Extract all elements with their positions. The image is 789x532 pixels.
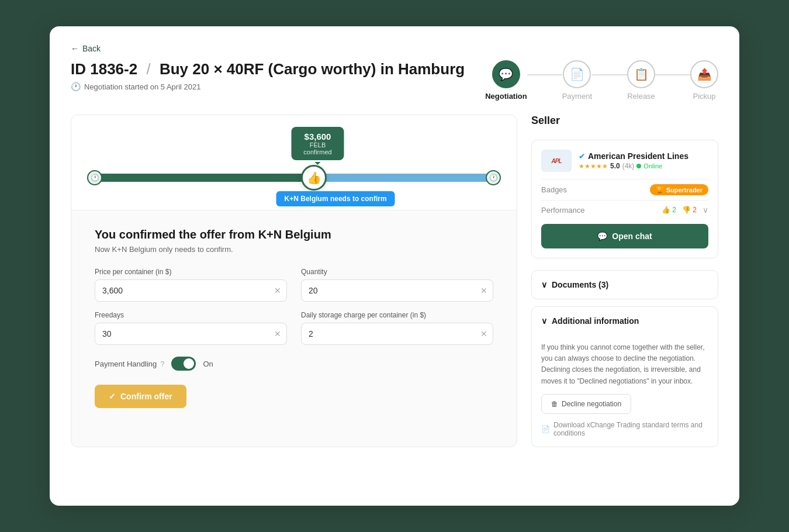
decline-negotiation-button[interactable]: 🗑 Decline negotiation bbox=[541, 394, 631, 414]
main-card: ← Back ID 1836-2 / Buy 20 × 40RF (Cargo … bbox=[50, 26, 739, 506]
confirm-offer-button[interactable]: ✓ Confirm offer bbox=[95, 385, 186, 408]
online-dot bbox=[636, 164, 641, 168]
right-panel: Seller APL ✔ American President Lines ★★… bbox=[531, 115, 718, 447]
thumbs-up-icon: 👍 bbox=[307, 171, 321, 185]
chat-bubble-icon: 💬 bbox=[499, 67, 513, 81]
quantity-input-wrap: ✕ bbox=[301, 279, 493, 302]
help-icon[interactable]: ? bbox=[160, 360, 164, 368]
step-connector-3 bbox=[655, 74, 690, 75]
file-icon: 📄 bbox=[541, 425, 550, 433]
quantity-input[interactable] bbox=[301, 279, 493, 302]
toggle-label: On bbox=[203, 360, 213, 368]
form-subtitle: Now K+N Belgium only needs to confirm. bbox=[95, 245, 493, 254]
daily-group: Daily storage charge per container (in $… bbox=[301, 311, 493, 345]
stars-icon: ★★★★★ bbox=[579, 163, 608, 170]
slider-thumb[interactable]: 👍 bbox=[301, 165, 327, 191]
daily-input-wrap: ✕ bbox=[301, 323, 493, 345]
price-input-wrap: ✕ bbox=[95, 279, 287, 302]
seller-card: APL ✔ American President Lines ★★★★★ 5.0… bbox=[531, 140, 718, 258]
price-clear-icon[interactable]: ✕ bbox=[274, 286, 281, 295]
check-icon: ✓ bbox=[109, 392, 116, 401]
pickup-icon: 📤 bbox=[697, 67, 712, 81]
seller-header: APL ✔ American President Lines ★★★★★ 5.0… bbox=[541, 150, 708, 172]
documents-accordion-header[interactable]: ∨ Documents (3) bbox=[532, 271, 718, 299]
form-grid: Price per container (in $) ✕ Quantity ✕ bbox=[95, 268, 493, 345]
open-chat-label: Open chat bbox=[612, 232, 652, 241]
price-label: Price per container (in $) bbox=[95, 268, 287, 276]
freedays-group: Freedays ✕ bbox=[95, 311, 287, 345]
form-title: You confirmed the offer from K+N Belgium bbox=[95, 228, 493, 241]
documents-accordion-left: ∨ Documents (3) bbox=[541, 280, 608, 289]
price-input[interactable] bbox=[95, 279, 287, 302]
form-area: You confirmed the offer from K+N Belgium… bbox=[71, 210, 517, 426]
step-pickup-label: Pickup bbox=[693, 92, 715, 101]
supertrader-badge: 🏆 Supertrader bbox=[650, 184, 708, 195]
step-connector-2 bbox=[592, 74, 627, 75]
quantity-clear-icon[interactable]: ✕ bbox=[480, 286, 487, 295]
step-pickup-circle: 📤 bbox=[690, 60, 718, 88]
slider-area: $3,600 FELB confirmed 🕐 👍 🕐 K+N Belgium … bbox=[71, 115, 517, 210]
header-row: ID 1836-2 / Buy 20 × 40RF (Cargo worthy)… bbox=[71, 60, 718, 101]
additional-info-accordion: ∨ Additional information If you think yo… bbox=[531, 306, 718, 447]
additional-info-accordion-header[interactable]: ∨ Additional information bbox=[532, 307, 718, 335]
back-link[interactable]: ← Back bbox=[71, 44, 718, 53]
badges-label: Badges bbox=[541, 185, 567, 194]
perf-up: 👍 2 bbox=[662, 206, 676, 214]
online-text: Online bbox=[643, 163, 662, 170]
performance-chevron-icon[interactable]: ∨ bbox=[703, 205, 708, 215]
seller-rating: ★★★★★ 5.0 (4k) Online bbox=[579, 162, 688, 170]
price-bubble: $3,600 FELB confirmed bbox=[292, 127, 344, 160]
rating-count: (4k) bbox=[622, 162, 635, 170]
freedays-input[interactable] bbox=[95, 323, 287, 345]
chevron-down-docs-icon: ∨ bbox=[541, 280, 547, 289]
price-label2: confirmed bbox=[300, 148, 336, 156]
negotiation-date: Negotiation started on 5 April 2021 bbox=[84, 82, 200, 91]
step-release[interactable]: 📋 Release bbox=[627, 60, 655, 101]
main-content: $3,600 FELB confirmed 🕐 👍 🕐 K+N Belgium … bbox=[71, 115, 718, 447]
download-terms-link[interactable]: 📄 Download xChange Trading standard term… bbox=[541, 421, 708, 437]
slider-right-icon: 🕐 bbox=[486, 170, 501, 185]
confirm-btn-label: Confirm offer bbox=[120, 392, 172, 401]
clock-icon: 🕐 bbox=[71, 82, 81, 91]
performance-row: Performance 👍 2 👎 2 ∨ bbox=[541, 200, 708, 219]
seller-logo: APL bbox=[541, 150, 572, 172]
price-label1: FELB bbox=[300, 141, 336, 148]
step-negotiation[interactable]: 💬 Negotiation bbox=[485, 60, 527, 101]
steps: 💬 Negotiation 📄 Payment 📋 Release bbox=[485, 60, 718, 101]
performance-vals: 👍 2 👎 2 ∨ bbox=[662, 205, 708, 215]
step-pickup[interactable]: 📤 Pickup bbox=[690, 60, 718, 101]
slider-left-icon: 🕐 bbox=[87, 170, 102, 185]
freedays-input-wrap: ✕ bbox=[95, 323, 287, 345]
left-panel: $3,600 FELB confirmed 🕐 👍 🕐 K+N Belgium … bbox=[71, 115, 517, 447]
verified-icon: ✔ bbox=[579, 151, 586, 161]
daily-clear-icon[interactable]: ✕ bbox=[480, 329, 487, 338]
seller-name: American President Lines bbox=[588, 151, 688, 161]
step-negotiation-label: Negotiation bbox=[485, 92, 527, 101]
page-title: ID 1836-2 / Buy 20 × 40RF (Cargo worthy)… bbox=[71, 60, 465, 78]
trash-icon: 🗑 bbox=[551, 400, 558, 408]
seller-info: ✔ American President Lines ★★★★★ 5.0 (4k… bbox=[579, 151, 688, 170]
additional-info-text: If you think you cannot come together wi… bbox=[532, 335, 718, 387]
download-link-label: Download xChange Trading standard terms … bbox=[553, 421, 708, 437]
back-label: Back bbox=[82, 44, 101, 53]
step-payment[interactable]: 📄 Payment bbox=[562, 60, 592, 101]
performance-label: Performance bbox=[541, 206, 584, 215]
payment-toggle[interactable] bbox=[171, 357, 196, 371]
freedays-clear-icon[interactable]: ✕ bbox=[274, 329, 281, 338]
daily-label: Daily storage charge per container (in $… bbox=[301, 311, 493, 319]
chat-icon: 💬 bbox=[597, 232, 607, 241]
perf-down: 👎 2 bbox=[682, 206, 697, 214]
seller-section-label: Seller bbox=[531, 115, 718, 127]
step-release-circle: 📋 bbox=[627, 60, 655, 88]
additional-info-label: Additional information bbox=[552, 316, 639, 326]
open-chat-button[interactable]: 💬 Open chat bbox=[541, 224, 708, 248]
title-block: ID 1836-2 / Buy 20 × 40RF (Cargo worthy)… bbox=[71, 60, 465, 91]
additional-info-accordion-left: ∨ Additional information bbox=[541, 316, 639, 326]
payment-row: Payment Handling ? On bbox=[95, 357, 493, 371]
daily-input[interactable] bbox=[301, 323, 493, 345]
chevron-down-info-icon: ∨ bbox=[541, 316, 547, 326]
badges-row: Badges 🏆 Supertrader bbox=[541, 179, 708, 200]
quantity-group: Quantity ✕ bbox=[301, 268, 493, 302]
badge-label: Supertrader bbox=[666, 186, 703, 194]
slider-track[interactable]: 🕐 👍 🕐 bbox=[95, 174, 493, 182]
